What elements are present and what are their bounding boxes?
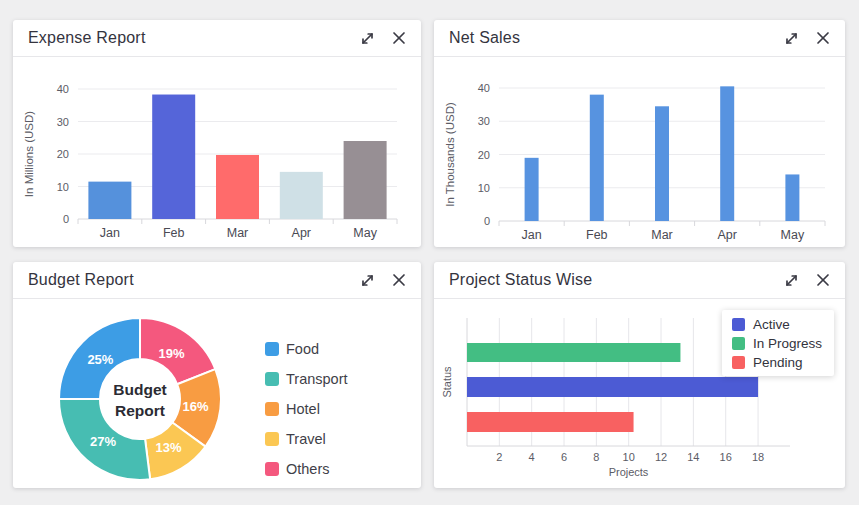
- legend-swatch: [265, 372, 279, 386]
- close-button[interactable]: [814, 271, 832, 289]
- legend-swatch: [732, 356, 745, 369]
- legend-item-others[interactable]: Others: [265, 460, 348, 477]
- bar-may[interactable]: [344, 141, 387, 219]
- expand-button[interactable]: [782, 29, 800, 47]
- y-tick-label: 40: [57, 83, 69, 95]
- legend-label: Travel: [286, 431, 326, 447]
- bar-mar[interactable]: [216, 155, 259, 219]
- expand-button[interactable]: [358, 271, 376, 289]
- bar-jan[interactable]: [525, 158, 539, 221]
- y-axis-title: In Thousands (USD): [444, 102, 456, 207]
- legend-item-in-progress[interactable]: In Progress: [732, 334, 822, 352]
- x-category-label: May: [353, 226, 377, 240]
- project-status-legend: ActiveIn ProgressPending: [722, 310, 834, 376]
- panel-header: Budget Report: [13, 262, 421, 299]
- pie-percent-label-others: 19%: [158, 346, 184, 361]
- legend-label: Others: [286, 461, 330, 477]
- y-tick-label: 0: [63, 213, 69, 225]
- bar-pending[interactable]: [467, 412, 634, 432]
- pie-percent-label-transport: 27%: [90, 434, 116, 449]
- y-axis-title: In Millions (USD): [23, 111, 35, 197]
- y-tick-label: 0: [484, 215, 490, 227]
- bar-may[interactable]: [785, 174, 799, 221]
- x-tick-label: 16: [720, 451, 732, 463]
- legend-item-active[interactable]: Active: [732, 315, 822, 333]
- panel-header: Expense Report: [13, 20, 421, 57]
- y-tick-label: 30: [57, 116, 69, 128]
- legend-item-pending[interactable]: Pending: [732, 353, 822, 371]
- panel-project-status-wise: Project Status Wise 24681012141618Projec…: [434, 262, 845, 488]
- legend-label: Food: [286, 341, 319, 357]
- bar-feb[interactable]: [590, 95, 604, 221]
- bar-in-progress[interactable]: [467, 343, 680, 362]
- panel-budget-report: Budget Report FoodTransportHotelTravelOt…: [13, 262, 421, 488]
- budget-report-legend: FoodTransportHotelTravelOthers: [265, 340, 348, 477]
- panel-title: Expense Report: [28, 29, 344, 47]
- x-category-label: Mar: [651, 228, 673, 242]
- net-sales-chart: 010203040JanFebMarAprMayIn Thousands (US…: [434, 57, 845, 247]
- expand-button[interactable]: [782, 271, 800, 289]
- legend-item-food[interactable]: Food: [265, 340, 348, 357]
- panel-title: Budget Report: [28, 271, 344, 289]
- close-button[interactable]: [390, 271, 408, 289]
- legend-label: Pending: [753, 355, 803, 370]
- x-tick-label: 14: [687, 451, 699, 463]
- y-axis-title: Status: [441, 366, 453, 398]
- project-status-chart: 24681012141618ProjectsStatus ActiveIn Pr…: [434, 299, 845, 488]
- x-category-label: Jan: [522, 228, 542, 242]
- legend-label: Hotel: [286, 401, 320, 417]
- close-icon: [391, 30, 407, 46]
- x-tick-label: 12: [655, 451, 667, 463]
- y-tick-label: 40: [478, 82, 490, 94]
- expand-button[interactable]: [358, 29, 376, 47]
- donut-center-label-line2: Report: [115, 402, 165, 419]
- bar-feb[interactable]: [152, 95, 195, 219]
- legend-item-hotel[interactable]: Hotel: [265, 400, 348, 417]
- x-category-label: Apr: [717, 228, 736, 242]
- x-tick-label: 8: [593, 451, 599, 463]
- x-tick-label: 6: [561, 451, 567, 463]
- panel-title: Project Status Wise: [449, 271, 768, 289]
- close-button[interactable]: [390, 29, 408, 47]
- x-category-label: Feb: [586, 228, 608, 242]
- x-tick-label: 18: [752, 451, 764, 463]
- legend-item-travel[interactable]: Travel: [265, 430, 348, 447]
- pie-percent-label-food: 25%: [87, 352, 113, 367]
- close-icon: [815, 272, 831, 288]
- y-tick-label: 30: [478, 115, 490, 127]
- bar-jan[interactable]: [88, 182, 131, 219]
- close-button[interactable]: [814, 29, 832, 47]
- bar-mar[interactable]: [655, 106, 669, 221]
- legend-swatch: [265, 462, 279, 476]
- expense-report-chart: 010203040JanFebMarAprMayIn Millions (USD…: [13, 57, 421, 247]
- legend-item-transport[interactable]: Transport: [265, 370, 348, 387]
- bar-apr[interactable]: [280, 172, 323, 219]
- bar-apr[interactable]: [720, 86, 734, 221]
- expand-icon: [783, 30, 800, 47]
- panel-header: Net Sales: [434, 20, 845, 57]
- x-category-label: Feb: [163, 226, 185, 240]
- y-tick-label: 20: [478, 149, 490, 161]
- expense-report-svg: 010203040JanFebMarAprMayIn Millions (USD…: [13, 57, 421, 247]
- legend-swatch: [265, 432, 279, 446]
- x-category-label: Jan: [100, 226, 120, 240]
- legend-label: Transport: [286, 371, 348, 387]
- bar-active[interactable]: [467, 377, 758, 397]
- y-tick-label: 20: [57, 148, 69, 160]
- expand-icon: [783, 272, 800, 289]
- x-tick-label: 10: [623, 451, 635, 463]
- expand-icon: [359, 30, 376, 47]
- close-icon: [815, 30, 831, 46]
- close-icon: [391, 272, 407, 288]
- y-tick-label: 10: [478, 182, 490, 194]
- x-axis-title: Projects: [609, 466, 649, 478]
- legend-label: Active: [753, 317, 790, 332]
- panel-title: Net Sales: [449, 29, 768, 47]
- legend-swatch: [732, 318, 745, 331]
- budget-report-chart: FoodTransportHotelTravelOthers 19%16%13%…: [13, 299, 421, 488]
- budget-report-svg: 19%16%13%27%25%BudgetReport: [13, 299, 421, 488]
- donut-center-label-line1: Budget: [113, 381, 166, 398]
- pie-percent-label-travel: 13%: [155, 440, 181, 455]
- legend-swatch: [265, 342, 279, 356]
- pie-percent-label-hotel: 16%: [183, 399, 209, 414]
